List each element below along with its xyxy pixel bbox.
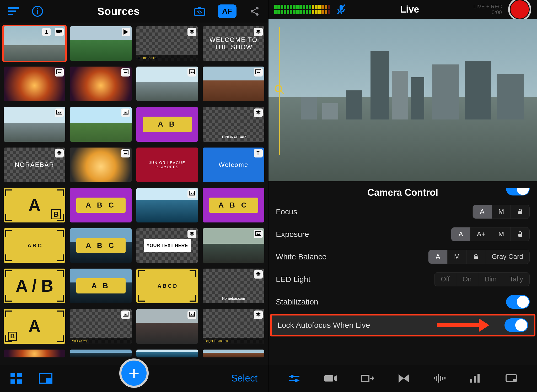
live-preview[interactable] [268,19,537,181]
tab-output-icon[interactable] [361,373,374,384]
layers-icon [254,108,263,117]
svg-rect-69 [362,375,369,382]
camera-swap-icon[interactable] [194,5,206,17]
svg-marker-14 [190,31,194,34]
led-dim[interactable]: Dim [478,273,503,286]
svg-marker-47 [190,314,194,315]
source-thumbnail[interactable] [70,107,132,141]
exposure-row: Exposure A A+ M [276,223,530,245]
source-thumbnail[interactable] [136,188,198,222]
wb-auto[interactable]: A [428,250,447,264]
source-thumbnail[interactable] [203,350,264,357]
svg-rect-33 [123,151,128,155]
info-icon[interactable] [31,5,44,17]
svg-rect-60 [518,211,522,214]
record-button[interactable] [508,0,531,21]
source-thumbnail[interactable]: A B C [70,188,132,222]
stabilization-toggle[interactable] [506,295,530,309]
wb-manual[interactable]: M [447,250,466,264]
source-thumbnail[interactable]: Bright Treasures [203,309,264,344]
source-thumbnail[interactable]: 1 [4,26,65,61]
source-thumbnail[interactable] [70,350,132,357]
select-link[interactable]: Select [231,373,257,384]
source-index-badge: 1 [42,28,51,36]
exposure-lock[interactable] [511,227,529,241]
tab-controls-icon[interactable] [288,373,300,384]
image-icon [254,230,263,238]
svg-marker-68 [334,375,337,382]
source-thumbnail[interactable] [70,26,132,61]
source-thumbnail[interactable] [70,148,132,182]
svg-rect-79 [474,376,476,383]
svg-point-64 [291,375,294,378]
source-thumbnail[interactable]: WELCOME [70,309,132,344]
record-status-chip: LIVE + REC 0:00 [474,4,502,15]
source-thumbnail[interactable] [203,67,264,101]
source-thumbnail[interactable]: WELCOME TO THE SHOW [203,26,264,61]
svg-marker-49 [256,314,261,317]
focus-manual[interactable]: M [492,205,511,219]
svg-marker-70 [399,374,404,383]
svg-rect-0 [8,7,19,9]
svg-marker-39 [190,233,194,236]
source-thumbnail[interactable] [136,309,198,344]
source-thumbnail[interactable]: ✦ NORAEBAR [203,107,264,141]
focus-lock[interactable] [511,205,529,219]
sources-grid-scroll[interactable]: 1Emma SmithWELCOME TO THE SHOWA B✦ NORAE… [0,23,268,366]
svg-rect-25 [57,110,62,114]
tab-display-icon[interactable] [505,373,518,384]
source-thumbnail[interactable]: A B [136,107,198,141]
tab-transition-icon[interactable] [398,373,410,384]
svg-marker-32 [57,153,62,155]
wb-graycard[interactable]: Gray Card [485,250,529,264]
source-thumbnail[interactable] [203,228,264,263]
source-thumbnail[interactable]: A B [70,269,132,303]
camera-control-title: Camera Control [268,181,537,200]
led-tally[interactable]: Tally [503,273,529,286]
tab-levels-icon[interactable] [469,373,482,384]
source-thumbnail[interactable]: AB [4,309,65,344]
sources-pane: Sources AF 1Emma SmithWELCOME TO THE SHO… [0,0,268,392]
exposure-auto[interactable]: A [451,227,470,241]
source-thumbnail[interactable]: A B C D [136,269,198,303]
source-thumbnail[interactable] [136,67,198,101]
record-dot-icon [511,0,529,19]
led-on[interactable]: On [456,273,478,286]
svg-marker-30 [256,112,261,115]
source-thumbnail[interactable]: AB [4,188,65,222]
focus-auto[interactable]: A [473,205,492,219]
source-thumbnail[interactable] [136,350,198,357]
image-icon [187,68,196,77]
led-off[interactable]: Off [434,273,456,286]
exposure-auto-plus[interactable]: A+ [470,227,492,241]
source-thumbnail[interactable]: YOUR TEXT HERE [136,228,198,263]
mic-mute-icon[interactable] [336,4,346,15]
source-thumbnail[interactable] [4,67,65,101]
tab-audio-icon[interactable] [433,373,446,384]
svg-rect-23 [256,70,261,74]
menu-icon[interactable] [7,5,19,17]
tab-camera-icon[interactable] [324,374,337,383]
source-thumbnail[interactable]: A B C [4,228,65,263]
pip-layout-icon[interactable] [39,373,52,384]
source-thumbnail[interactable]: A B C [70,228,132,263]
source-thumbnail[interactable] [4,350,65,357]
autofocus-toggle[interactable]: AF [218,4,237,18]
source-thumbnail[interactable] [4,107,65,141]
wb-lock[interactable] [466,250,485,264]
source-thumbnail[interactable]: NORAEBAR [4,148,65,182]
source-thumbnail[interactable]: Emma Smith [136,26,198,61]
share-icon[interactable] [249,5,261,17]
source-thumbnail[interactable]: A / B [4,269,65,303]
magnifier-icon[interactable] [274,84,285,95]
source-thumbnail[interactable]: WelcomeT [203,148,264,182]
add-source-button[interactable]: + [119,358,149,388]
lock-autofocus-toggle[interactable] [504,318,528,332]
source-thumbnail[interactable]: Noraebar.com [203,269,264,303]
grid-view-icon[interactable] [10,373,22,384]
source-thumbnail[interactable] [70,67,132,101]
exposure-manual[interactable]: M [492,227,511,241]
source-thumbnail[interactable]: JUNIOR LEAGUE PLAYOFFS [136,148,198,182]
source-thumbnail[interactable]: A B C [203,188,264,222]
toggle-partial[interactable] [506,188,530,195]
